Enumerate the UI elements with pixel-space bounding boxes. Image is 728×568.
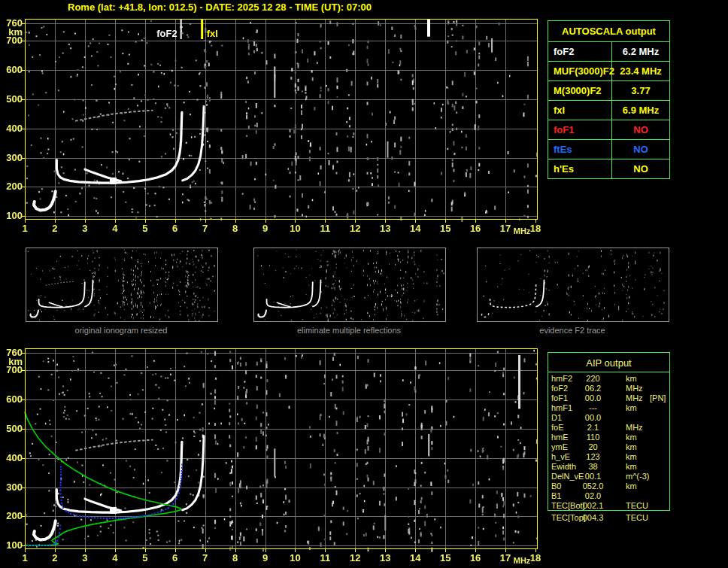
aip-param-unit: km xyxy=(626,462,637,471)
aip-row-b1: B102.0 xyxy=(551,491,669,500)
aip-table-header: AIP output xyxy=(548,357,670,369)
aip-param-unit: m^(-3) xyxy=(626,472,649,481)
aip-param-value: 00.0 xyxy=(576,393,610,402)
aip-param-value: 123 xyxy=(576,452,610,461)
aip-row-hme: hmE110km xyxy=(551,433,669,442)
aip-param-unit: TECU xyxy=(626,501,648,510)
autoscala-param-label: fxI xyxy=(548,101,612,120)
aip-param-name: D1 xyxy=(551,413,562,422)
aip-param-unit: MHz xyxy=(626,393,643,402)
autoscala-param-label: foF1 xyxy=(548,120,612,139)
autoscala-param-value: NO xyxy=(612,120,669,139)
aip-param-value: 02.0 xyxy=(576,491,610,500)
aip-row-b0: B0052.0km xyxy=(551,481,669,491)
aip-param-unit: MHz xyxy=(626,384,643,393)
aip-param-unit: MHz xyxy=(626,423,643,432)
aip-param-name: foF1 xyxy=(551,393,568,402)
thumbnail-evidence-f2-trace xyxy=(477,248,669,322)
aip-param-value: 00.1 xyxy=(576,472,610,481)
autoscala-param-label: MUF(3000)F2 xyxy=(548,62,612,80)
aip-param-unit: km xyxy=(626,403,637,412)
autoscala-row-ftes: ftEsNO xyxy=(548,140,669,159)
bottom-ionogram-profile-plot xyxy=(0,343,541,567)
aip-row-yme: ymE20km xyxy=(551,442,669,451)
aip-row-h_ve: h_vE123km xyxy=(551,452,669,461)
aip-param-value: 20 xyxy=(576,442,610,451)
aip-param-value: 2.1 xyxy=(576,423,610,432)
thumbnail-caption-f2trace: evidence F2 trace xyxy=(476,326,669,335)
autoscala-param-label: h'Es xyxy=(548,159,612,178)
thumbnail-caption-original: original ionogram resized xyxy=(25,326,217,335)
autoscala-param-label: foF2 xyxy=(548,42,612,61)
aip-param-value: 052.0 xyxy=(576,481,610,491)
aip-row-hmf1: hmF1---km xyxy=(551,403,669,412)
aip-param-name: foE xyxy=(551,423,564,432)
aip-param-unit: TECU xyxy=(626,513,648,522)
aip-param-unit: km xyxy=(626,442,637,451)
autoscala-param-value: 6.2 MHz xyxy=(612,42,669,61)
autoscala-row-hes: h'EsNO xyxy=(548,159,669,178)
aip-param-unit: km xyxy=(626,433,637,442)
autoscala-param-value: NO xyxy=(612,159,669,178)
aip-row-tectop: TEC[Top]004.3TECU xyxy=(551,513,669,522)
aip-param-name: hmE xyxy=(551,433,569,442)
aip-param-value: 00.0 xyxy=(576,413,610,422)
aip-row-hmf2: hmF2220km xyxy=(551,374,669,383)
aip-param-value: 220 xyxy=(576,374,610,383)
aip-param-name: Ewidth xyxy=(551,462,576,471)
autoscala-row-muf3000f2: MUF(3000)F223.4 MHz xyxy=(548,62,669,81)
aip-param-value: 004.3 xyxy=(576,513,610,522)
page-title: Rome (lat: +41.8, lon: 012.5) - DATE: 20… xyxy=(68,2,372,13)
thumbnail-original-ionogram xyxy=(26,248,218,322)
aip-row-foe: foE2.1MHz xyxy=(551,423,669,432)
aip-row-fof1: foF100.0MHz[PN] xyxy=(551,393,669,402)
aip-param-name: B0 xyxy=(551,481,561,491)
autoscala-param-label: ftEs xyxy=(548,140,612,159)
autoscala-row-fof2: foF26.2 MHz xyxy=(548,42,669,62)
aip-param-unit: km xyxy=(626,452,637,461)
aip-param-name: hmF2 xyxy=(551,374,572,383)
aip-header-divider xyxy=(548,372,669,372)
thumbnail-eliminate-reflections xyxy=(253,248,446,322)
aip-param-name: hmF1 xyxy=(551,403,572,412)
autoscala-screen: { "title": "Rome (lat: +41.8, lon: 012.5… xyxy=(0,0,728,568)
aip-param-name: B1 xyxy=(551,491,561,500)
autoscala-param-label: M(3000)F2 xyxy=(548,81,612,100)
autoscala-row-fof1: foF1NO xyxy=(548,120,669,140)
aip-param-name: foF2 xyxy=(551,384,568,393)
thumbnail-caption-reflections: eliminate multiple reflections xyxy=(253,326,445,335)
autoscala-row-m3000f2: M(3000)F23.77 xyxy=(548,81,669,101)
autoscala-param-value: 6.9 MHz xyxy=(612,101,669,120)
top-ionogram-plot xyxy=(0,14,541,238)
autoscala-param-value: NO xyxy=(612,140,669,159)
aip-row-tecbot: TEC[Bot]002.1TECU xyxy=(551,501,669,510)
aip-row-ewidth: Ewidth38km xyxy=(551,462,669,471)
autoscala-param-value: 3.77 xyxy=(612,81,669,100)
aip-param-value: 38 xyxy=(576,462,610,471)
aip-param-extra: [PN] xyxy=(650,393,666,402)
aip-param-name: h_vE xyxy=(551,452,570,461)
aip-row-d1: D100.0 xyxy=(551,413,669,422)
aip-row-deln_ve: DelN_vE00.1m^(-3) xyxy=(551,472,669,481)
aip-param-value: 002.1 xyxy=(576,501,610,510)
aip-param-value: --- xyxy=(576,403,610,412)
aip-param-name: ymE xyxy=(551,442,568,451)
autoscala-param-value: 23.4 MHz xyxy=(612,62,669,80)
aip-row-fof2: foF206.2MHz xyxy=(551,384,669,393)
aip-param-value: 06.2 xyxy=(576,384,610,393)
aip-param-unit: km xyxy=(626,481,637,491)
autoscala-row-fxi: fxI6.9 MHz xyxy=(548,101,669,120)
aip-output-table: AIP output hmF2220kmfoF206.2MHzfoF100.0M… xyxy=(548,352,670,536)
autoscala-table-rows: foF26.2 MHzMUF(3000)F223.4 MHzM(3000)F23… xyxy=(548,42,669,178)
aip-param-unit: km xyxy=(626,374,637,383)
autoscala-table-header: AUTOSCALA output xyxy=(548,21,669,42)
autoscala-output-table: AUTOSCALA output foF26.2 MHzMUF(3000)F22… xyxy=(548,20,670,179)
aip-param-value: 110 xyxy=(576,433,610,442)
